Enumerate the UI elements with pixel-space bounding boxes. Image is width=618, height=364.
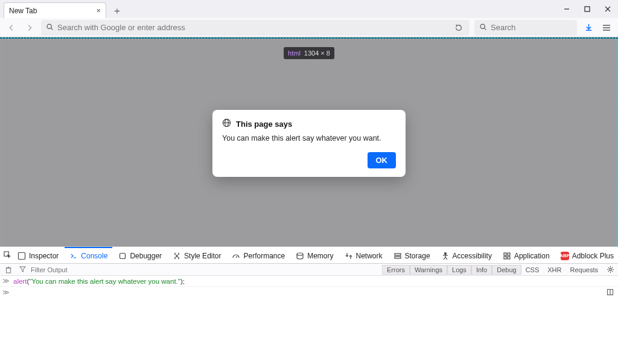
chevron-icon: ≫ xyxy=(2,277,10,285)
tab-storage[interactable]: Storage xyxy=(389,247,435,264)
nav-forward-button[interactable] xyxy=(23,21,36,34)
close-tab-icon[interactable]: × xyxy=(96,6,101,15)
app-menu-button[interactable] xyxy=(600,24,613,31)
svg-rect-32 xyxy=(508,253,510,255)
svg-rect-34 xyxy=(508,257,510,259)
svg-line-30 xyxy=(445,257,447,260)
svg-line-20 xyxy=(236,256,237,258)
tab-debugger[interactable]: Debugger xyxy=(113,247,167,264)
console-token: ); xyxy=(180,278,185,285)
inspector-icon xyxy=(18,252,26,260)
tab-style-editor[interactable]: Style Editor xyxy=(168,247,226,264)
svg-point-21 xyxy=(297,253,303,255)
filter-css[interactable]: CSS xyxy=(521,266,544,274)
console-filter-bar: Errors Warnings Logs Info Debug CSS XHR … xyxy=(0,264,618,276)
filter-logs[interactable]: Logs xyxy=(447,265,471,275)
address-bar[interactable] xyxy=(41,20,470,36)
alert-ok-button[interactable]: OK xyxy=(368,152,397,168)
network-icon xyxy=(345,252,353,260)
inspector-highlight xyxy=(0,37,618,39)
inspector-guide-left xyxy=(1,39,2,246)
chevron-icon: ≫ xyxy=(2,289,10,296)
split-console-button[interactable] xyxy=(605,289,616,296)
new-tab-button[interactable]: ＋ xyxy=(110,4,124,18)
filter-warnings[interactable]: Warnings xyxy=(410,265,447,275)
alert-body: You can make this alert say whatever you… xyxy=(222,134,396,142)
console-token: "You can make this alert say whatever yo… xyxy=(29,278,180,285)
svg-rect-24 xyxy=(395,254,401,255)
tab-label: Storage xyxy=(405,252,430,260)
devtools: Inspector Console Debugger Style Editor … xyxy=(0,246,618,364)
inspector-tag-label: html xyxy=(288,49,301,57)
svg-line-5 xyxy=(51,28,53,29)
search-icon xyxy=(46,22,54,33)
tab-application[interactable]: Application xyxy=(498,247,555,264)
browser-tab[interactable]: New Tab × xyxy=(4,2,106,18)
window-maximize-button[interactable] xyxy=(577,0,597,18)
inspector-infobar: html 1304 × 8 xyxy=(284,47,334,59)
accessibility-icon xyxy=(441,252,450,260)
tab-label: Accessibility xyxy=(453,252,492,260)
svg-point-6 xyxy=(480,24,485,28)
svg-marker-47 xyxy=(20,266,25,271)
downloads-button[interactable] xyxy=(582,23,595,32)
tab-label: Adblock Plus xyxy=(572,252,614,260)
svg-point-4 xyxy=(47,24,51,28)
tab-label: Console xyxy=(81,252,107,260)
nav-back-button[interactable] xyxy=(5,21,18,34)
svg-rect-25 xyxy=(395,257,401,258)
inspector-dimensions: 1304 × 8 xyxy=(304,49,330,57)
console-token: alert xyxy=(13,278,27,285)
globe-icon xyxy=(222,118,231,129)
devtools-tabbar: Inspector Console Debugger Style Editor … xyxy=(0,247,618,264)
alert-title-row: This page says xyxy=(222,118,396,129)
tab-label: Style Editor xyxy=(184,252,221,260)
clear-console-button[interactable] xyxy=(2,266,14,273)
tab-title: New Tab xyxy=(9,7,37,15)
alert-title: This page says xyxy=(236,120,292,129)
tab-adblock[interactable]: ABPAdblock Plus xyxy=(556,247,618,264)
filter-errors[interactable]: Errors xyxy=(382,265,410,275)
svg-rect-33 xyxy=(504,257,506,259)
tab-label: Performance xyxy=(243,252,285,260)
tab-memory[interactable]: Memory xyxy=(291,247,338,264)
window-close-button[interactable] xyxy=(597,0,618,18)
filter-icon xyxy=(19,266,26,274)
reload-button[interactable] xyxy=(453,24,465,32)
tab-label: Network xyxy=(356,252,383,260)
svg-rect-1 xyxy=(585,7,590,11)
tab-console[interactable]: Console xyxy=(65,247,112,264)
style-icon xyxy=(173,252,181,260)
filter-xhr[interactable]: XHR xyxy=(543,266,565,274)
console-input-line[interactable]: ≫ alert("You can make this alert say wha… xyxy=(0,276,618,287)
storage-icon xyxy=(393,252,402,260)
address-input[interactable] xyxy=(57,23,449,32)
console-settings-button[interactable] xyxy=(605,266,616,273)
window-minimize-button[interactable] xyxy=(556,0,577,18)
tab-inspector[interactable]: Inspector xyxy=(13,247,63,264)
search-input[interactable] xyxy=(491,23,572,32)
adblock-icon: ABP xyxy=(561,252,569,260)
svg-line-7 xyxy=(485,28,486,29)
window-controls xyxy=(556,0,618,18)
svg-rect-19 xyxy=(120,253,126,258)
console-filter-input[interactable] xyxy=(31,266,103,273)
search-icon xyxy=(479,22,487,33)
search-box[interactable] xyxy=(474,20,577,36)
tab-accessibility[interactable]: Accessibility xyxy=(436,247,497,264)
filter-debug[interactable]: Debug xyxy=(492,265,521,275)
svg-point-26 xyxy=(444,252,446,254)
svg-rect-17 xyxy=(19,252,25,259)
console-prompt[interactable]: ≫ xyxy=(0,287,618,298)
alert-dialog: This page says You can make this alert s… xyxy=(212,110,406,177)
filter-info[interactable]: Info xyxy=(471,265,492,275)
tab-network[interactable]: Network xyxy=(340,247,387,264)
tab-performance[interactable]: Performance xyxy=(227,247,290,264)
svg-rect-31 xyxy=(504,253,506,255)
performance-icon xyxy=(232,252,240,260)
filter-requests[interactable]: Requests xyxy=(566,266,602,274)
console-icon xyxy=(69,252,78,260)
element-picker-button[interactable] xyxy=(4,249,11,262)
page-content: html 1304 × 8 This page says You can mak… xyxy=(0,37,618,246)
inspector-guide-right xyxy=(616,39,617,246)
